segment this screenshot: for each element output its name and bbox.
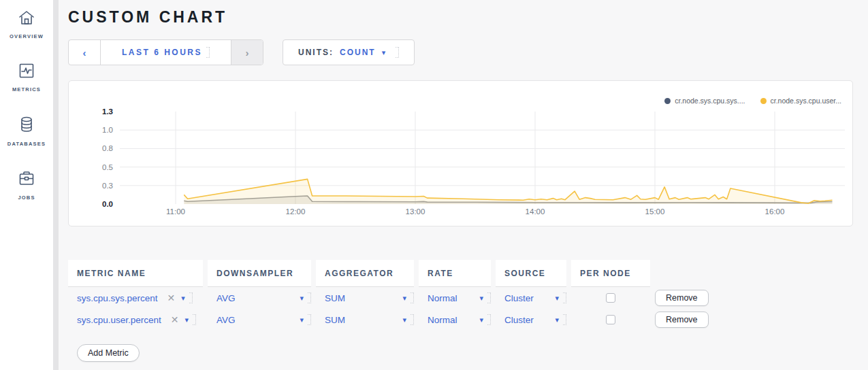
- source-select[interactable]: Cluster ▾: [496, 287, 566, 309]
- page-title: CUSTOM CHART: [68, 8, 853, 27]
- metric-name-value: sys.cpu.sys.percent: [77, 293, 158, 303]
- dropdown-edge: [396, 47, 399, 58]
- dropdown-edge: [206, 47, 210, 58]
- chevron-down-icon: ▾: [555, 294, 559, 303]
- sidebar-item-label: DATABASES: [7, 141, 46, 147]
- chevron-down-icon: ▾: [402, 316, 406, 324]
- aggregator-select[interactable]: SUM ▾: [316, 309, 414, 331]
- dropdown-edge: [563, 314, 566, 325]
- time-prev-button[interactable]: ‹: [69, 40, 101, 65]
- clear-icon[interactable]: ✕: [167, 292, 176, 303]
- chevron-right-icon: ›: [246, 47, 249, 58]
- rate-value: Normal: [428, 293, 473, 303]
- chevron-down-icon: ▾: [555, 316, 559, 324]
- chevron-down-icon: ▾: [300, 316, 304, 324]
- sidebar-item-databases[interactable]: DATABASES: [7, 116, 46, 147]
- y-axis-tick-label: 0.8: [102, 144, 113, 152]
- downsampler-select[interactable]: AVG ▾: [208, 287, 311, 309]
- x-axis-tick-label: 15:00: [645, 207, 665, 216]
- downsampler-select[interactable]: AVG ▾: [208, 309, 311, 331]
- time-next-button[interactable]: ›: [231, 40, 263, 65]
- time-range-dropdown[interactable]: LAST 6 HOURS: [101, 40, 231, 65]
- source-value: Cluster: [504, 293, 549, 303]
- x-axis-tick-label: 16:00: [765, 207, 785, 216]
- dropdown-edge: [411, 292, 414, 303]
- toolbar: ‹ LAST 6 HOURS › UNITS: COUNT ▾: [68, 39, 853, 65]
- sidebar-item-overview[interactable]: OVERVIEW: [10, 10, 44, 39]
- metric-name-value: sys.cpu.user.percent: [77, 315, 161, 325]
- y-axis-tick-label: 1.3: [102, 107, 113, 116]
- custom-chart: 11:0012:0013:0014:0015:0016:001.31.00.80…: [69, 101, 852, 224]
- column-header: SOURCE: [496, 260, 566, 287]
- units-dropdown[interactable]: UNITS: COUNT ▾: [283, 39, 415, 65]
- chevron-down-icon: ▾: [402, 294, 406, 303]
- metrics-table-body: sys.cpu.sys.percent ✕ ▾ AVG ▾ SUM ▾ Norm…: [68, 287, 853, 331]
- downsampler-value: AVG: [216, 315, 293, 325]
- source-select[interactable]: Cluster ▾: [496, 309, 566, 331]
- chevron-down-icon: ▾: [300, 294, 304, 303]
- units-label: UNITS:: [298, 48, 334, 57]
- time-range-label: LAST 6 HOURS: [122, 48, 202, 57]
- x-axis-tick-label: 13:00: [406, 207, 425, 216]
- chevron-left-icon: ‹: [83, 47, 86, 58]
- metric-row: sys.cpu.user.percent ✕ ▾ AVG ▾ SUM ▾ Nor…: [68, 309, 853, 331]
- units-value: COUNT: [340, 48, 376, 57]
- per-node-checkbox[interactable]: [606, 315, 615, 324]
- metric-row: sys.cpu.sys.percent ✕ ▾ AVG ▾ SUM ▾ Norm…: [68, 287, 853, 309]
- graph-icon: [18, 63, 35, 82]
- metric-name-select[interactable]: sys.cpu.user.percent ✕ ▾: [68, 309, 203, 331]
- sidebar-item-label: JOBS: [18, 195, 35, 201]
- metrics-table-header: METRIC NAMEDOWNSAMPLERAGGREGATORRATESOUR…: [68, 260, 853, 287]
- y-axis-tick-label: 0.0: [102, 200, 113, 208]
- metric-name-select[interactable]: sys.cpu.sys.percent ✕ ▾: [68, 287, 203, 309]
- downsampler-value: AVG: [216, 293, 293, 303]
- dropdown-edge: [411, 314, 414, 325]
- metrics-config: METRIC NAMEDOWNSAMPLERAGGREGATORRATESOUR…: [68, 260, 853, 362]
- x-axis-tick-label: 11:00: [166, 207, 185, 216]
- sidebar-item-label: METRICS: [12, 86, 41, 92]
- chevron-down-icon: ▾: [185, 316, 189, 324]
- chart-panel: cr.node.sys.cpu.sys.... cr.node.sys.cpu.…: [68, 80, 853, 226]
- dropdown-edge: [563, 292, 566, 303]
- rate-select[interactable]: Normal ▾: [419, 309, 491, 331]
- rate-select[interactable]: Normal ▾: [419, 287, 491, 309]
- home-icon: [18, 10, 35, 29]
- column-header: METRIC NAME: [68, 260, 203, 287]
- clear-icon[interactable]: ✕: [171, 314, 179, 325]
- chevron-down-icon: ▾: [382, 48, 386, 57]
- chevron-down-icon: ▾: [479, 294, 483, 303]
- y-axis-tick-label: 1.0: [102, 126, 113, 134]
- aggregator-value: SUM: [325, 315, 396, 325]
- dropdown-edge: [308, 292, 311, 303]
- source-value: Cluster: [504, 315, 549, 325]
- column-header: DOWNSAMPLER: [208, 260, 311, 287]
- remove-cell: Remove: [655, 287, 730, 309]
- sidebar-divider: [53, 0, 59, 370]
- dropdown-edge: [308, 314, 311, 325]
- aggregator-value: SUM: [325, 293, 396, 303]
- sidebar-item-jobs[interactable]: JOBS: [18, 170, 35, 201]
- y-axis-tick-label: 0.5: [102, 163, 113, 171]
- sidebar-item-metrics[interactable]: METRICS: [12, 63, 41, 92]
- dropdown-edge: [193, 314, 196, 325]
- add-metric-button[interactable]: Add Metric: [77, 344, 140, 362]
- remove-button[interactable]: Remove: [655, 290, 709, 306]
- y-axis-tick-label: 0.3: [102, 182, 113, 190]
- x-axis-tick-label: 12:00: [286, 207, 306, 216]
- x-axis-tick-label: 14:00: [526, 207, 545, 216]
- remove-button[interactable]: Remove: [655, 312, 709, 328]
- per-node-checkbox[interactable]: [606, 293, 615, 303]
- aggregator-select[interactable]: SUM ▾: [316, 287, 414, 309]
- column-header: PER NODE: [571, 260, 650, 287]
- column-header: RATE: [419, 260, 491, 287]
- dropdown-edge: [487, 292, 491, 303]
- per-node-cell: [571, 309, 650, 331]
- briefcase-icon: [18, 170, 35, 190]
- rate-value: Normal: [428, 315, 473, 325]
- sidebar-item-label: OVERVIEW: [10, 33, 44, 39]
- chevron-down-icon: ▾: [181, 294, 185, 303]
- sidebar: OVERVIEW METRICS DATABASES JOBS: [0, 0, 53, 370]
- per-node-cell: [571, 287, 650, 309]
- time-window-selector: ‹ LAST 6 HOURS ›: [68, 39, 263, 65]
- dropdown-edge: [487, 314, 491, 325]
